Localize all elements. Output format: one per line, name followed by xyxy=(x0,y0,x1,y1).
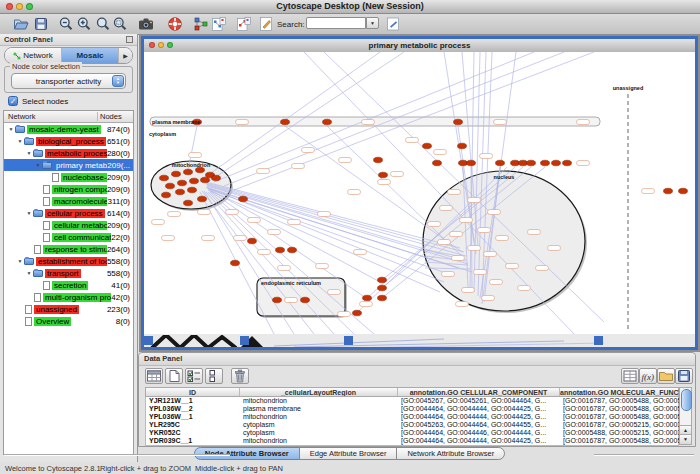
node[interactable] xyxy=(196,167,205,173)
float-panel-icon[interactable] xyxy=(126,36,133,43)
zoom-in-button[interactable] xyxy=(76,16,92,32)
disclosure-triangle-icon[interactable]: ▼ xyxy=(25,210,33,216)
node[interactable] xyxy=(679,188,688,194)
node[interactable] xyxy=(239,196,248,202)
annotation-button[interactable] xyxy=(258,16,274,32)
node[interactable] xyxy=(231,260,240,266)
node[interactable] xyxy=(212,175,221,181)
table-row[interactable]: YPL036W__2plasma membrane[GO:0044464, GO… xyxy=(146,405,678,413)
node[interactable] xyxy=(454,119,463,125)
tree-item[interactable]: ▼mosaic-demo-yeast874(0) xyxy=(4,123,133,135)
node[interactable] xyxy=(323,119,332,125)
disclosure-triangle-icon[interactable]: ▼ xyxy=(34,162,42,168)
zoom-selected-button[interactable] xyxy=(112,16,128,32)
node[interactable] xyxy=(467,160,476,166)
network-overlay-button-2[interactable] xyxy=(236,16,252,32)
table-row[interactable]: YKR052Ccytoplasm[GO:0044464, GO:0044446,… xyxy=(146,429,678,437)
node[interactable] xyxy=(276,247,285,253)
node[interactable] xyxy=(433,160,442,166)
node[interactable] xyxy=(378,295,387,301)
disclosure-triangle-icon[interactable]: ▼ xyxy=(25,150,33,156)
node[interactable] xyxy=(162,192,171,198)
tree-item[interactable]: macromolecule311(0) xyxy=(4,195,133,207)
compartment-plasma-membrane[interactable] xyxy=(150,117,600,126)
zoom-fit-button[interactable] xyxy=(95,16,111,32)
tab-node-attribute-browser[interactable]: Node Attribute Browser xyxy=(194,447,300,460)
column-header[interactable]: ID xyxy=(146,388,240,396)
delete-attributes-button[interactable] xyxy=(185,368,203,384)
node[interactable] xyxy=(198,196,207,202)
tab-network[interactable]: Network xyxy=(5,48,62,63)
table-row[interactable]: YDR039C__1mitochondrion[GO:0044464, GO:0… xyxy=(146,437,678,445)
node[interactable] xyxy=(172,171,181,177)
node[interactable] xyxy=(423,143,432,149)
create-attribute-button[interactable] xyxy=(165,368,183,384)
disclosure-triangle-icon[interactable]: ▼ xyxy=(16,258,24,264)
node[interactable] xyxy=(459,160,468,166)
node[interactable] xyxy=(378,285,387,291)
tab-network-attribute-browser[interactable]: Network Attribute Browser xyxy=(396,447,505,460)
node[interactable] xyxy=(248,238,257,244)
tree-item[interactable]: response to stimulus264(0) xyxy=(4,243,133,255)
open-session-button[interactable] xyxy=(13,16,29,32)
node[interactable] xyxy=(184,169,193,175)
table-row[interactable]: YJR121W__1mitochondrion[GO:0045267, GO:0… xyxy=(146,397,678,405)
search-options-button[interactable] xyxy=(385,16,401,32)
node[interactable] xyxy=(176,189,185,195)
tree-item[interactable]: multi-organism proces42(0) xyxy=(4,291,133,303)
node[interactable] xyxy=(166,183,175,189)
select-attributes-button[interactable] xyxy=(145,368,163,384)
node[interactable] xyxy=(511,160,520,166)
column-header[interactable]: annotation.GO CELLULAR_COMPONENT xyxy=(398,388,560,396)
search-input[interactable] xyxy=(306,17,366,29)
table-scrollbar[interactable]: ▲ ▼ xyxy=(679,387,692,445)
search-dropdown-icon[interactable]: ▼ xyxy=(366,17,379,29)
node[interactable] xyxy=(552,160,561,166)
tree-item[interactable]: ▼biological_process651(0) xyxy=(4,135,133,147)
attribute-grid-button[interactable] xyxy=(621,368,639,384)
node[interactable] xyxy=(379,172,388,178)
save-session-button[interactable] xyxy=(33,16,49,32)
disclosure-triangle-icon[interactable]: ▼ xyxy=(25,270,33,276)
node[interactable] xyxy=(563,160,572,166)
table-row[interactable]: YPL036W__1mitochondrion[GO:0044464, GO:0… xyxy=(146,413,678,421)
tree-item[interactable]: Overview8(0) xyxy=(4,315,133,327)
node[interactable] xyxy=(184,200,193,206)
node[interactable] xyxy=(527,160,536,166)
node[interactable] xyxy=(188,187,197,193)
tab-edge-attribute-browser[interactable]: Edge Attribute Browser xyxy=(299,447,398,460)
node[interactable] xyxy=(378,277,387,283)
tree-item[interactable]: ▼metabolic process280(0) xyxy=(4,147,133,159)
node[interactable] xyxy=(374,157,383,163)
node[interactable] xyxy=(288,247,297,253)
tree-item[interactable]: ▼establishment of local558(0) xyxy=(4,255,133,267)
tree-item[interactable]: nitrogen compound met209(0) xyxy=(4,183,133,195)
tree-item[interactable]: cell communication22(0) xyxy=(4,231,133,243)
snapshot-button[interactable] xyxy=(138,16,154,32)
node[interactable] xyxy=(458,143,467,149)
network-window[interactable]: primary metabolic process plasma membran… xyxy=(141,36,698,350)
node[interactable] xyxy=(353,310,362,316)
network-tool-button[interactable] xyxy=(193,16,209,32)
tree-item[interactable]: unassigned223(0) xyxy=(4,303,133,315)
network-overlay-button-1[interactable] xyxy=(211,16,227,32)
scrollbar-thumb[interactable] xyxy=(681,389,692,411)
match-attributes-button[interactable] xyxy=(205,368,223,384)
import-attributes-button[interactable] xyxy=(657,368,675,384)
more-tabs-arrow-icon[interactable]: ▶ xyxy=(119,48,132,63)
select-nodes-checkbox[interactable] xyxy=(8,96,18,106)
node[interactable] xyxy=(496,160,505,166)
node[interactable] xyxy=(190,178,199,184)
node[interactable] xyxy=(519,160,528,166)
node[interactable] xyxy=(301,297,310,303)
node[interactable] xyxy=(273,297,282,303)
tree-item[interactable]: ▼primary metabolic process209(... xyxy=(4,159,133,171)
node[interactable] xyxy=(201,177,210,183)
node-color-dropdown[interactable]: transporter activity xyxy=(11,73,126,89)
tree-item[interactable]: secretion41(0) xyxy=(4,279,133,291)
node[interactable] xyxy=(363,295,372,301)
network-window-title-bar[interactable]: primary metabolic process xyxy=(144,39,695,53)
node[interactable] xyxy=(178,180,187,186)
tree-item[interactable]: ▼cellular process614(0) xyxy=(4,207,133,219)
node[interactable] xyxy=(160,175,169,181)
